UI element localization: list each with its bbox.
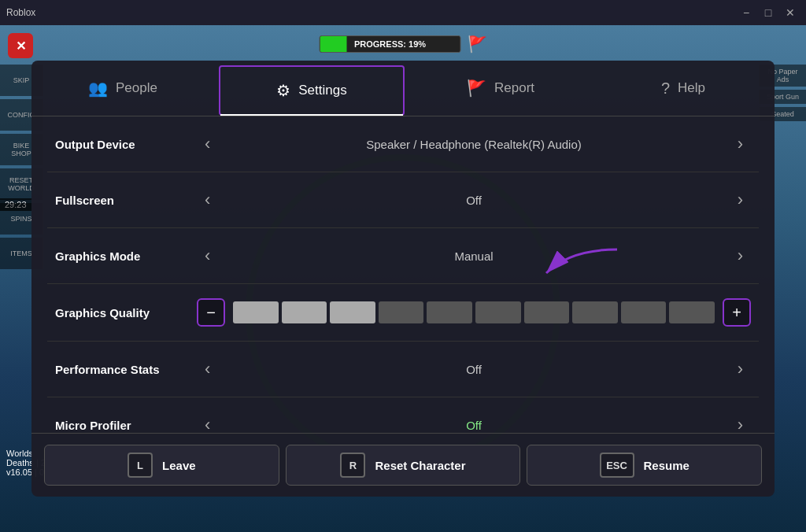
reset-key-badge: R — [340, 453, 365, 478]
quality-seg-10 — [669, 301, 715, 323]
settings-content: Output Device ‹ Speaker / Headphone (Rea… — [31, 116, 775, 433]
settings-dialog: 👥 People ⚙ Settings 🚩 Report ? Help — [31, 61, 775, 497]
quality-seg-7 — [524, 301, 570, 323]
progress-bar-fill — [320, 36, 347, 52]
leave-label: Leave — [162, 459, 196, 472]
tab-help-label: Help — [678, 80, 705, 96]
tab-report-label: Report — [494, 80, 534, 96]
micro-profiler-value: Off — [226, 419, 721, 432]
output-device-label: Output Device — [55, 138, 197, 151]
resume-button[interactable]: ESC Resume — [527, 445, 762, 486]
bottom-buttons: L Leave R Reset Character ESC Resume — [31, 433, 775, 497]
quality-seg-2 — [282, 301, 327, 323]
fullscreen-row: Fullscreen ‹ Off › — [47, 172, 759, 228]
graphics-quality-label: Graphics Quality — [55, 306, 197, 320]
performance-stats-label: Performance Stats — [55, 363, 197, 376]
tab-settings-label: Settings — [298, 83, 346, 98]
output-device-prev[interactable]: ‹ — [197, 131, 218, 157]
graphics-quality-decrease[interactable]: − — [197, 298, 225, 327]
tab-people-label: People — [116, 80, 157, 96]
resume-label: Resume — [644, 459, 690, 472]
performance-stats-prev[interactable]: ‹ — [197, 356, 218, 382]
maximize-button[interactable]: □ — [759, 3, 778, 22]
resume-key-badge: ESC — [600, 453, 634, 478]
tab-settings[interactable]: ⚙ Settings — [219, 65, 405, 116]
titlebar-buttons: − □ ✕ — [737, 3, 800, 22]
tab-report[interactable]: 🚩 Report — [409, 61, 592, 116]
help-icon: ? — [661, 79, 670, 98]
progress-label: PROGRESS: 19% — [354, 39, 426, 49]
close-x-button[interactable]: ✕ — [8, 33, 33, 58]
tab-help[interactable]: ? Help — [592, 61, 775, 116]
settings-icon: ⚙ — [276, 81, 290, 100]
fullscreen-value: Off — [226, 194, 721, 207]
window-close-button[interactable]: ✕ — [781, 3, 800, 22]
minimize-button[interactable]: − — [737, 3, 756, 22]
people-icon: 👥 — [88, 79, 108, 98]
fullscreen-prev[interactable]: ‹ — [197, 187, 218, 213]
output-device-next[interactable]: › — [730, 131, 751, 157]
graphics-quality-increase[interactable]: + — [723, 298, 751, 327]
micro-profiler-prev[interactable]: ‹ — [197, 412, 218, 433]
quality-seg-8 — [572, 301, 618, 323]
graphics-mode-value: Manual — [226, 249, 721, 263]
graphics-mode-next[interactable]: › — [730, 242, 751, 269]
quality-seg-6 — [475, 301, 521, 323]
graphics-mode-prev[interactable]: ‹ — [197, 242, 218, 269]
reset-label: Reset Character — [375, 459, 465, 472]
graphics-quality-control: − + — [197, 298, 751, 327]
quality-seg-5 — [427, 301, 472, 323]
leave-key-badge: L — [128, 453, 153, 478]
flag-icon: 🚩 — [468, 35, 487, 54]
performance-stats-control: ‹ Off › — [197, 356, 751, 382]
graphics-mode-label: Graphics Mode — [55, 249, 197, 263]
fullscreen-next[interactable]: › — [730, 187, 751, 213]
graphics-quality-row: Graphics Quality − — [47, 284, 759, 342]
quality-seg-9 — [621, 301, 667, 323]
micro-profiler-control: ‹ Off › — [197, 412, 751, 433]
graphics-mode-control: ‹ Manual › — [197, 242, 751, 269]
performance-stats-row: Performance Stats ‹ Off › — [47, 342, 759, 397]
output-device-value: Speaker / Headphone (Realtek(R) Audio) — [226, 138, 721, 151]
fullscreen-control: ‹ Off › — [197, 187, 751, 213]
quality-seg-4 — [379, 301, 424, 323]
performance-stats-next[interactable]: › — [730, 356, 751, 382]
leave-button[interactable]: L Leave — [44, 445, 279, 486]
micro-profiler-label: Micro Profiler — [55, 419, 197, 432]
progress-area: PROGRESS: 19% 🚩 — [320, 35, 487, 54]
titlebar-left: Roblox — [6, 7, 35, 18]
performance-stats-value: Off — [226, 363, 721, 376]
game-background: PROGRESS: 19% 🚩 ✕ SKIP CONFIG BIKESHOP R… — [0, 25, 806, 532]
progress-bar-container: PROGRESS: 19% — [320, 35, 461, 53]
output-device-control: ‹ Speaker / Headphone (Realtek(R) Audio)… — [197, 131, 751, 157]
micro-profiler-row: Micro Profiler ‹ Off › — [47, 397, 759, 433]
fullscreen-label: Fullscreen — [55, 194, 197, 207]
reset-character-button[interactable]: R Reset Character — [286, 445, 521, 486]
window: Roblox − □ ✕ PROGRESS: 19% 🚩 ✕ SKIP CONF… — [0, 0, 806, 532]
quality-seg-1 — [233, 301, 279, 323]
output-device-row: Output Device ‹ Speaker / Headphone (Rea… — [47, 116, 759, 172]
app-title: Roblox — [6, 7, 35, 18]
titlebar: Roblox − □ ✕ — [0, 0, 806, 25]
quality-segments — [233, 301, 715, 323]
graphics-mode-row: Graphics Mode ‹ Manual › — [47, 228, 759, 284]
report-icon: 🚩 — [467, 79, 486, 98]
micro-profiler-next[interactable]: › — [730, 412, 751, 433]
tab-people[interactable]: 👥 People — [31, 61, 214, 116]
quality-seg-3 — [330, 301, 375, 323]
tab-bar: 👥 People ⚙ Settings 🚩 Report ? Help — [31, 61, 775, 116]
